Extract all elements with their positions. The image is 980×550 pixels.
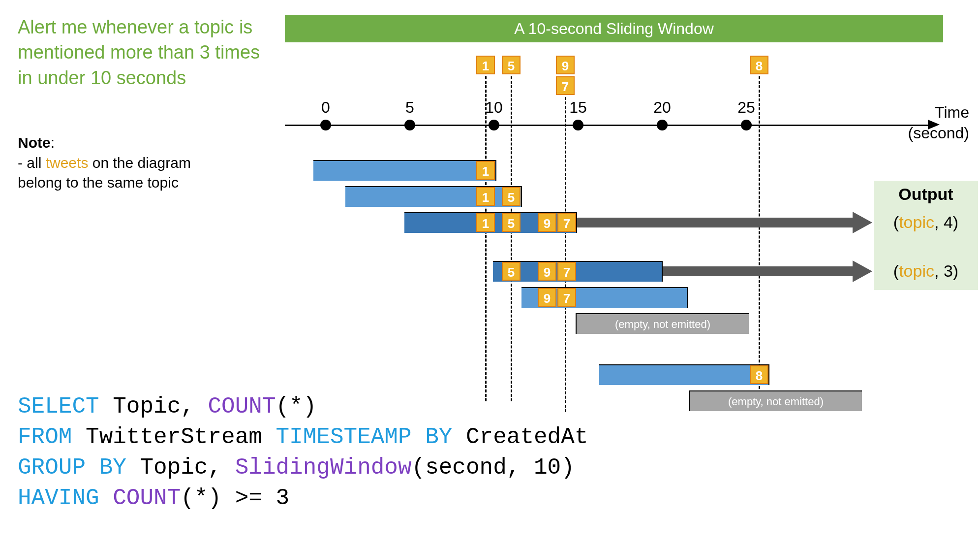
output-arrow-2-head <box>853 260 872 282</box>
tick-label-5: 5 <box>405 98 414 117</box>
tick-label-15: 15 <box>569 98 587 117</box>
sql-having-kw: HAVING <box>18 485 99 511</box>
tick-dot-5 <box>404 120 415 130</box>
note-line2: belong to the same topic <box>18 174 179 191</box>
tick-label-20: 20 <box>653 98 671 117</box>
tick-label-0: 0 <box>321 98 330 117</box>
guide-line-e5 <box>511 76 512 401</box>
output-row-1-topic: topic <box>899 213 934 231</box>
sql-having-rest: (*) >= 3 <box>181 485 289 511</box>
window5-cell-0: 9 <box>538 288 556 307</box>
event-marker-7: 7 <box>556 76 575 95</box>
sql-groupby-topic: Topic, <box>126 455 235 481</box>
output-header: Output <box>874 185 978 204</box>
output-arrow-2-body <box>663 266 853 276</box>
sql-count-args-1: (*) <box>276 394 317 420</box>
window1-cell-0: 1 <box>476 161 495 180</box>
note-tweets-word: tweets <box>46 155 89 171</box>
tick-dot-15 <box>573 120 583 130</box>
window7-cell-0: 8 <box>750 365 768 384</box>
tick-label-10: 10 <box>485 98 503 117</box>
sql-groupby-kw: GROUP BY <box>18 455 126 481</box>
event-marker-9: 9 <box>556 56 575 74</box>
sql-count-kw-1: COUNT <box>208 394 276 420</box>
note-line1-after: on the diagram <box>88 155 190 171</box>
guide-line-e97 <box>565 97 566 412</box>
sql-timestamp-col: CreatedAt <box>452 424 588 450</box>
output-arrow-1-body <box>577 218 853 227</box>
event-marker-1: 1 <box>476 56 495 74</box>
guide-line-e1 <box>485 76 487 401</box>
sql-from-kw: FROM <box>18 424 72 450</box>
sql-count-kw-2: COUNT <box>113 485 181 511</box>
note-block: Note: - all tweets on the diagram belong… <box>18 133 274 193</box>
output-row-1: (topic, 4) <box>874 213 978 232</box>
note-line1-prefix: - all <box>18 155 46 171</box>
note-colon: : <box>51 134 55 151</box>
tick-dot-20 <box>657 120 668 130</box>
time-axis-word: Time <box>881 103 969 122</box>
window-bar-6-empty: (empty, not emitted) <box>576 313 749 334</box>
window5-cell-1: 7 <box>557 288 576 307</box>
tick-dot-0 <box>320 120 331 130</box>
window3-cell-2: 9 <box>538 213 556 232</box>
sql-from-stream: TwitterStream <box>72 424 276 450</box>
guide-line-e8 <box>759 76 760 411</box>
window3-cell-3: 7 <box>557 213 576 232</box>
event-marker-5: 5 <box>502 56 521 74</box>
window-title-bar: A 10-second Sliding Window <box>285 15 943 42</box>
tick-label-25: 25 <box>737 98 755 117</box>
output-row-1-count: 4 <box>944 213 953 231</box>
event-marker-8: 8 <box>750 56 768 74</box>
time-axis-unit: (second) <box>881 124 969 142</box>
tick-dot-25 <box>741 120 752 130</box>
sql-select-kw: SELECT <box>18 394 99 420</box>
window4-cell-2: 7 <box>557 262 576 281</box>
window4-cell-0: 5 <box>502 262 521 281</box>
window4-cell-1: 9 <box>538 262 556 281</box>
sql-slidingwindow-args: (second, 10) <box>412 455 575 481</box>
window-bar-2 <box>345 186 522 207</box>
time-axis-line <box>285 125 929 126</box>
output-arrow-1-head <box>853 212 872 233</box>
tick-dot-10 <box>489 120 499 130</box>
window-bar-1 <box>313 160 496 181</box>
sql-select-topic: Topic, <box>99 394 208 420</box>
output-row-2: (topic, 3) <box>874 261 978 281</box>
sql-having-sp <box>99 485 113 511</box>
output-row-2-topic: topic <box>899 261 934 280</box>
window3-cell-0: 1 <box>476 213 495 232</box>
output-row-2-count: 3 <box>944 261 953 280</box>
sql-timestamp-kw: TIMESTEAMP BY <box>276 424 453 450</box>
headline-text: Alert me whenever a topic is mentioned m… <box>18 15 264 91</box>
window2-cell-1: 5 <box>502 187 521 206</box>
window-bar-7 <box>599 364 769 385</box>
note-label: Note <box>18 134 51 151</box>
sql-block: SELECT Topic, COUNT(*) FROM TwitterStrea… <box>18 391 952 514</box>
window3-cell-1: 5 <box>502 213 521 232</box>
window2-cell-0: 1 <box>476 187 495 206</box>
sql-slidingwindow-fn: SlidingWindow <box>235 455 412 481</box>
